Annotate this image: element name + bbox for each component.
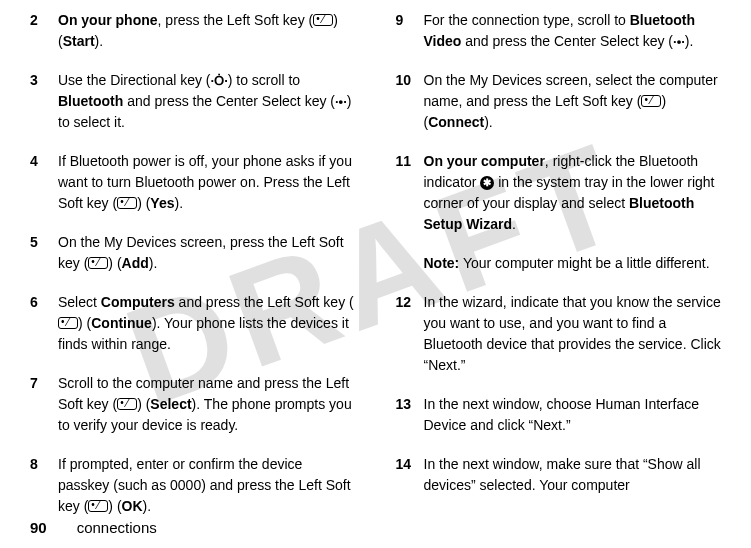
- step-number: 9: [396, 10, 424, 52]
- section-title: connections: [77, 519, 157, 536]
- instruction-step: 12In the wizard, indicate that you know …: [396, 292, 722, 376]
- step-number: 13: [396, 394, 424, 436]
- page-content: 2On your phone, press the Left Soft key …: [0, 0, 751, 500]
- step-text: Select Computers and press the Left Soft…: [58, 292, 356, 355]
- step-number: 2: [30, 10, 58, 52]
- step-number: 4: [30, 151, 58, 214]
- step-text: On the My Devices screen, select the com…: [424, 70, 722, 133]
- step-text: In the next window, choose Human Interfa…: [424, 394, 722, 436]
- instruction-step: 2On your phone, press the Left Soft key …: [30, 10, 356, 52]
- step-number: 3: [30, 70, 58, 133]
- instruction-step: 13In the next window, choose Human Inter…: [396, 394, 722, 436]
- step-number: 6: [30, 292, 58, 355]
- step-text: Scroll to the computer name and press th…: [58, 373, 356, 436]
- step-number: 8: [30, 454, 58, 517]
- instruction-step: 9For the connection type, scroll to Blue…: [396, 10, 722, 52]
- step-number: 14: [396, 454, 424, 496]
- step-number: 11: [396, 151, 424, 235]
- left-column: 2On your phone, press the Left Soft key …: [30, 10, 356, 500]
- step-text: If Bluetooth power is off, your phone as…: [58, 151, 356, 214]
- step-text: For the connection type, scroll to Bluet…: [424, 10, 722, 52]
- instruction-step: 14In the next window, make sure that “Sh…: [396, 454, 722, 496]
- step-text: If prompted, enter or confirm the device…: [58, 454, 356, 517]
- step-text: Use the Directional key (·Ȯ·) to scroll …: [58, 70, 356, 133]
- step-number: 12: [396, 292, 424, 376]
- instruction-step: 7Scroll to the computer name and press t…: [30, 373, 356, 436]
- instruction-step: 6Select Computers and press the Left Sof…: [30, 292, 356, 355]
- page-number: 90: [30, 519, 47, 536]
- right-column: 9For the connection type, scroll to Blue…: [396, 10, 722, 500]
- instruction-step: 10On the My Devices screen, select the c…: [396, 70, 722, 133]
- page-footer: 90 connections: [30, 519, 157, 536]
- step-text: In the next window, make sure that “Show…: [424, 454, 722, 496]
- step-text: On your phone, press the Left Soft key (…: [58, 10, 356, 52]
- instruction-step: 8If prompted, enter or confirm the devic…: [30, 454, 356, 517]
- step-number: 5: [30, 232, 58, 274]
- instruction-step: 3Use the Directional key (·Ȯ·) to scroll…: [30, 70, 356, 133]
- instruction-step: 4If Bluetooth power is off, your phone a…: [30, 151, 356, 214]
- step-text: On your computer, right-click the Blueto…: [424, 151, 722, 235]
- step-number: 7: [30, 373, 58, 436]
- step-text: On the My Devices screen, press the Left…: [58, 232, 356, 274]
- instruction-step: 5On the My Devices screen, press the Lef…: [30, 232, 356, 274]
- step-number: 10: [396, 70, 424, 133]
- step-text: In the wizard, indicate that you know th…: [424, 292, 722, 376]
- note-block: Note: Your computer might be a little di…: [424, 253, 722, 274]
- instruction-step: 11On your computer, right-click the Blue…: [396, 151, 722, 235]
